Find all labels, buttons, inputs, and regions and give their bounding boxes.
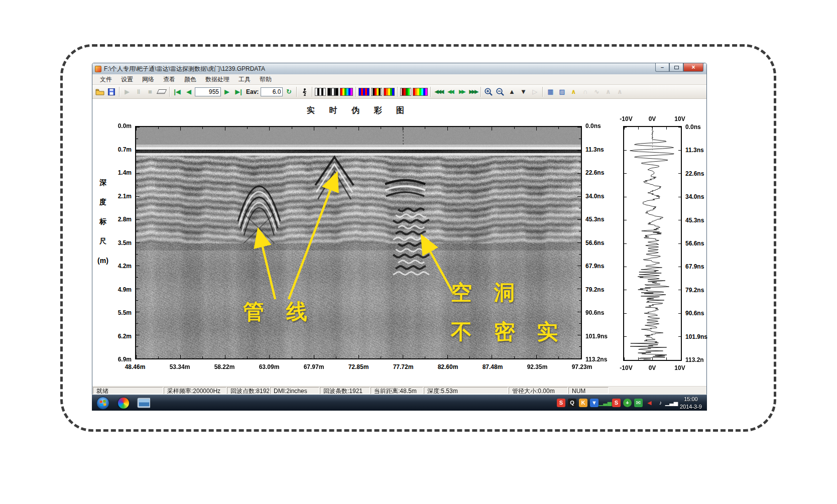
menu-help[interactable]: 帮助 (255, 74, 276, 85)
signal-tray-icon[interactable]: ▁▃▅ (601, 399, 610, 407)
toolbar-separator (397, 87, 398, 97)
roam-button[interactable] (299, 86, 310, 98)
stop-button[interactable]: ■ (145, 86, 156, 98)
open-button[interactable] (94, 86, 105, 98)
wave-tool-button[interactable]: ∿ (591, 86, 602, 98)
axis-tick (314, 127, 314, 131)
shield-tray-icon[interactable]: ▼ (590, 399, 599, 407)
eav-input[interactable] (261, 87, 283, 96)
titlebar[interactable]: F:\个人专用\耙子通\雷达\雷达探测数据\虎门\1239.GPRDATA – … (92, 63, 706, 74)
axis-tick (136, 289, 140, 289)
peak-pick-button[interactable]: ∧ (568, 86, 579, 98)
first-trace-button[interactable]: |◀ (172, 86, 183, 98)
qq-tray-icon[interactable]: Q (568, 399, 576, 407)
taskbar-clock[interactable]: 15:00 2014-3-9 (680, 396, 702, 411)
palette-6-button[interactable] (384, 88, 395, 96)
refresh-button[interactable]: ↻ (283, 86, 294, 98)
palette-3-button[interactable] (340, 88, 353, 96)
axis-tick (624, 150, 627, 151)
zoom-in-button[interactable] (483, 86, 494, 98)
distance-label: 48.46m (115, 363, 155, 370)
wave-time-label: 11.3ns (685, 147, 713, 154)
network-tray-icon[interactable]: ▁▃▅ (667, 399, 676, 407)
forward-button[interactable]: ▶▶ (456, 86, 467, 98)
axis-tick (536, 127, 537, 131)
minimize-button[interactable]: – (655, 63, 669, 72)
grid-view-button[interactable]: ▦ (545, 86, 556, 98)
save-button[interactable] (106, 86, 117, 98)
start-button[interactable] (96, 396, 110, 410)
menu-network[interactable]: 网络 (138, 74, 159, 85)
waveform-frame (623, 126, 682, 361)
message-tray-icon[interactable]: ✉ (634, 399, 643, 407)
axis-tick (492, 355, 492, 358)
marker-a-button[interactable]: ∧ (603, 86, 614, 98)
pause-button[interactable]: ‖ (133, 86, 144, 98)
taskbar-app-pinwheel[interactable] (117, 397, 130, 410)
sogou-input-tray-icon[interactable]: S (612, 399, 621, 407)
axis-tick (514, 356, 515, 358)
forward-fast-button[interactable]: ▶▶▶ (467, 86, 479, 98)
scroll-down-button[interactable]: ▼ (518, 86, 529, 98)
headphone-button[interactable]: ∩ (579, 86, 590, 98)
axis-tick (577, 289, 581, 289)
axis-tick (514, 127, 515, 129)
palette-1-button[interactable] (315, 88, 326, 96)
prev-trace-button[interactable]: ◀ (183, 86, 194, 98)
axis-tick (624, 197, 627, 197)
maximize-button[interactable] (669, 63, 683, 72)
zoom-out-button[interactable] (495, 86, 506, 98)
menu-color[interactable]: 颜色 (180, 74, 201, 85)
key-tray-icon[interactable]: K (579, 399, 587, 407)
axis-tick (579, 162, 581, 162)
rewind-fast-button[interactable]: ◀◀◀ (433, 86, 444, 98)
palette-8-button[interactable] (413, 88, 428, 96)
play-button[interactable]: ▶ (122, 86, 133, 98)
media-tray-icon[interactable]: ◀ (645, 399, 654, 407)
axis-tick (247, 356, 248, 358)
axis-tick (579, 208, 581, 208)
palette-4-button[interactable] (358, 88, 370, 96)
plus-tray-icon[interactable]: + (623, 399, 632, 407)
palette-7-button[interactable] (400, 88, 411, 96)
eraser-button[interactable] (156, 86, 167, 98)
menu-data-processing[interactable]: 数据处理 (201, 74, 234, 85)
trace-number-input[interactable] (195, 87, 221, 96)
axis-tick (358, 127, 359, 131)
wave-time-label: 34.0ns (685, 193, 713, 200)
wave-time-label: 45.3ns (685, 217, 713, 224)
axis-tick (624, 173, 627, 174)
sogou-tray-icon[interactable]: S (557, 399, 565, 407)
taskbar-app-window-preview[interactable] (137, 397, 150, 410)
time-label: 45.3ns (585, 216, 616, 223)
status-pipe-diameter: 管径大小:0.00m (509, 387, 568, 394)
plot-title: 实 时 伪 彩 图 (135, 105, 582, 116)
time-label: 67.9ns (585, 263, 616, 270)
axis-tick (403, 127, 403, 131)
status-ready: 就绪 (93, 387, 163, 394)
axis-tick (136, 150, 140, 151)
menu-view[interactable]: 查看 (159, 74, 180, 85)
volume-tray-icon[interactable]: ♪ (656, 399, 665, 407)
palette-5-button[interactable] (371, 88, 382, 96)
axis-tick (678, 173, 681, 174)
marker-b-button[interactable]: ∧ (614, 86, 625, 98)
play-forward-button[interactable]: ▷ (529, 86, 540, 98)
distance-label: 53.34m (160, 363, 200, 370)
wiggle-view-button[interactable]: ▨ (556, 86, 567, 98)
last-trace-button[interactable]: ▶| (233, 86, 244, 98)
axis-tick (579, 139, 581, 139)
next-trace-button[interactable]: ▶ (221, 86, 232, 98)
axis-tick (579, 300, 581, 301)
scroll-up-button[interactable]: ▲ (506, 86, 517, 98)
depth-label: 0.0m (105, 122, 132, 130)
menu-file[interactable]: 文件 (95, 74, 116, 85)
menu-settings[interactable]: 设置 (116, 74, 138, 85)
menu-tools[interactable]: 工具 (234, 74, 255, 85)
palette-2-button[interactable] (327, 88, 338, 96)
axis-tick (158, 127, 159, 129)
close-button[interactable]: × (683, 63, 703, 72)
axis-tick (136, 162, 138, 162)
wave-time-label: 113.2n (685, 356, 713, 363)
rewind-button[interactable]: ◀◀ (444, 86, 455, 98)
